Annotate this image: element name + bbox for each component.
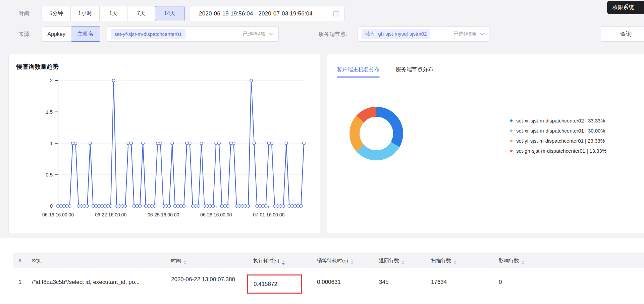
client-host-multiselect[interactable]: set-yf-sjst-m-dispatchcenter01 已选择4项 (107, 27, 279, 42)
legend-dot-icon (510, 130, 513, 132)
svg-text:1.5: 1.5 (46, 109, 53, 115)
permission-tooltip: 权限系统 (607, 1, 644, 14)
source-appkey-button[interactable]: Appkey (42, 27, 71, 42)
exec-time-highlight-box: 0.415872 (247, 274, 302, 294)
calendar-icon (333, 10, 339, 17)
svg-text:06-22 16:00:00: 06-22 16:00:00 (95, 212, 126, 217)
donut-legend: set-xr-sjst-m-dispatchcenter02 | 33.33%s… (510, 115, 606, 156)
date-range-input[interactable]: 2020-06-19 19:56:04 - 2020-07-03 19:56:0… (190, 6, 344, 21)
svg-text:2: 2 (50, 78, 53, 83)
slow-query-trend-line-chart: 00.511.5206-19 16:00:0006-22 16:00:0006-… (9, 71, 321, 229)
time-range-14day-button[interactable]: 14天 (155, 6, 184, 21)
legend-label: set-xr-sjst-m-dispatchcenter01 | 30.00% (516, 128, 605, 134)
legend-label: set-xr-sjst-m-dispatchcenter02 | 33.33% (516, 118, 605, 123)
column-header-time[interactable]: 时间 (171, 253, 186, 268)
table-row[interactable]: 1 /*id:f8aa3c5b*/select id, executant_id… (13, 268, 644, 298)
legend-item[interactable]: set-xr-sjst-m-dispatchcenter01 | 30.00% (510, 125, 606, 136)
slow-query-trend-card: 慢查询数量趋势 00.511.5206-19 16:00:0006-22 16:… (8, 54, 320, 234)
client-host-donut-chart (348, 105, 405, 162)
time-range-7day-button[interactable]: 7天 (127, 6, 155, 21)
server-node-multiselect[interactable]: 读库: gh-sjst-mysql-sjstm02 已选择6项 (358, 27, 489, 42)
distribution-card: 客户端主机名分布 服务端节点分布 set-xr-sjst-m-dispatchc… (327, 54, 644, 234)
date-range-value: 2020-06-19 19:56:04 - 2020-07-03 19:56:0… (190, 10, 313, 17)
svg-text:06-25 16:00:00: 06-25 16:00:00 (148, 212, 179, 217)
table-header: # SQL 时间 执行耗时(s) 锁等待耗时(s) 返回行数 扫描行数 影响行数 (13, 253, 644, 268)
source-filter-label: 来源: (18, 27, 31, 42)
cell-time: 2020-06-22 13:00:07.380 (171, 275, 248, 284)
cell-sql[interactable]: /*id:f8aa3c5b*/select id, executant_id, … (32, 279, 140, 286)
source-hostname-button[interactable]: 主机名 (71, 27, 100, 42)
legend-label: set-gh-sjst-m-dispatchcenter01 | 13.33% (516, 148, 606, 154)
column-header-index: # (18, 253, 21, 268)
column-header-returned-rows[interactable]: 返回行数 (379, 253, 405, 268)
column-header-affected-rows[interactable]: 影响行数 (499, 253, 524, 268)
svg-text:1: 1 (50, 140, 53, 146)
server-node-tag: 读库: gh-sjst-mysql-sjstm02 (362, 29, 430, 39)
chevron-down-icon (480, 33, 484, 36)
time-range-5min-button[interactable]: 5分钟 (42, 6, 71, 21)
slow-query-dashboard: 时间: 5分钟 1小时 1天 7天 14天 2020-06-19 19:56:0… (0, 0, 644, 304)
column-header-lock-wait[interactable]: 锁等待耗时(s) (317, 253, 354, 268)
legend-item[interactable]: set-gh-sjst-m-dispatchcenter01 | 13.33% (510, 146, 606, 156)
legend-item[interactable]: set-xr-sjst-m-dispatchcenter02 | 33.33% (510, 115, 606, 125)
cell-affected-rows: 0 (499, 279, 502, 286)
legend-dot-icon (510, 140, 513, 142)
svg-text:06-28 16:00:00: 06-28 16:00:00 (200, 212, 232, 217)
cell-scanned-rows: 17634 (431, 279, 447, 286)
legend-item[interactable]: set-yf-sjst-m-dispatchcenter01 | 23.33% (510, 136, 606, 146)
legend-dot-icon (510, 150, 513, 152)
time-range-button-group: 5分钟 1小时 1天 7天 14天 (42, 6, 184, 21)
server-node-label: 服务端节点: (319, 27, 347, 42)
cell-index: 1 (18, 279, 21, 286)
time-filter-label: 时间: (18, 6, 31, 21)
sort-icon-desc-active[interactable] (282, 260, 285, 265)
svg-text:0: 0 (50, 203, 53, 209)
cell-lock-wait: 0.000631 (317, 279, 341, 286)
client-host-selected-count: 已选择4项 (243, 31, 266, 37)
table-row-divider (15, 298, 644, 298)
svg-text:0.5: 0.5 (46, 172, 53, 178)
trend-chart-title: 慢查询数量趋势 (16, 63, 59, 71)
svg-text:06-19 16:00:00: 06-19 16:00:00 (42, 212, 74, 217)
client-host-tag: set-yf-sjst-m-dispatchcenter01 (111, 29, 185, 39)
server-node-selected-count: 已选择6项 (453, 31, 476, 37)
column-header-sql: SQL (32, 253, 42, 268)
svg-text:07-01 16:00:00: 07-01 16:00:00 (253, 212, 284, 217)
legend-label: set-yf-sjst-m-dispatchcenter01 | 23.33% (516, 138, 605, 144)
time-range-1day-button[interactable]: 1天 (99, 6, 127, 21)
sort-icon[interactable] (402, 260, 405, 265)
chevron-down-icon (269, 33, 274, 36)
cell-exec-time: 0.415872 (248, 281, 277, 288)
legend-dot-icon (510, 119, 513, 122)
time-range-1hour-button[interactable]: 1小时 (70, 6, 100, 21)
query-button[interactable]: 查询 (601, 27, 644, 42)
tab-server-node-distribution[interactable]: 服务端节点分布 (396, 66, 433, 78)
sort-icon[interactable] (522, 260, 524, 265)
cell-returned-rows: 345 (379, 279, 388, 286)
sort-icon[interactable] (454, 260, 457, 265)
column-header-scanned-rows[interactable]: 扫描行数 (431, 253, 457, 268)
sort-icon[interactable] (184, 260, 186, 265)
tab-client-host-distribution[interactable]: 客户端主机名分布 (337, 66, 380, 78)
source-button-group: Appkey 主机名 (42, 27, 100, 42)
sort-icon[interactable] (351, 260, 354, 265)
distribution-tabs: 客户端主机名分布 服务端节点分布 (337, 66, 433, 78)
column-header-exec-time[interactable]: 执行耗时(s) (253, 253, 285, 268)
